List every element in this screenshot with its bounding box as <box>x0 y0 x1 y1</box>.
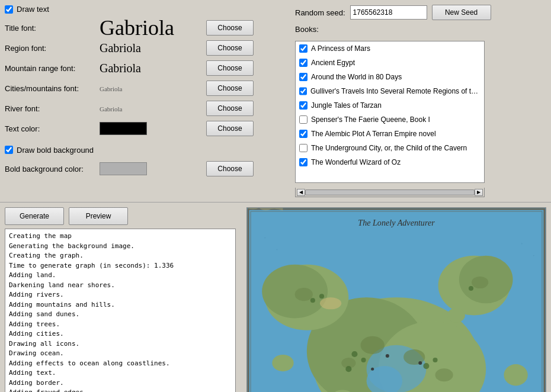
scrollbar-track[interactable] <box>305 189 475 195</box>
book-item[interactable]: The Wonderful Wizard of Oz <box>296 155 484 169</box>
svg-point-33 <box>469 286 473 291</box>
log-line: Drawing ocean. <box>9 349 232 359</box>
svg-point-40 <box>371 368 374 371</box>
log-line: Adding effects to ocean along coastlines… <box>9 359 232 369</box>
right-panel: Random seed: New Seed Books: A Princess … <box>295 5 546 197</box>
log-line: Adding border. <box>9 378 232 388</box>
book-checkbox[interactable] <box>299 130 307 138</box>
svg-point-20 <box>435 368 453 381</box>
draw-text-row: Draw text <box>5 5 289 14</box>
mountain-font-row: Mountain range font: Gabriola Choose <box>5 59 289 78</box>
river-font-row: River font: Gabriola Choose <box>5 99 289 118</box>
book-item[interactable]: Gulliver's Travels Into Several Remote R… <box>296 84 484 98</box>
bold-bg-row: Draw bold background <box>5 142 289 158</box>
book-item[interactable]: The Alembic Plot A Terran Empire novel <box>296 127 484 141</box>
book-title: The Wonderful Wizard of Oz <box>311 158 401 166</box>
books-list: A Princess of MarsAncient EgyptAround th… <box>295 41 485 183</box>
bold-bg-color-row: Bold background color: Choose <box>5 159 289 178</box>
svg-point-29 <box>423 363 429 369</box>
generate-button[interactable]: Generate <box>5 207 64 225</box>
book-checkbox[interactable] <box>299 101 307 110</box>
book-title: Gulliver's Travels Into Several Remote R… <box>310 87 480 95</box>
book-title: Around the World in 80 Days <box>311 73 402 81</box>
svg-point-38 <box>386 354 389 358</box>
book-checkbox[interactable] <box>299 115 307 124</box>
mountain-font-preview: Gabriola <box>100 62 206 75</box>
book-item[interactable]: The Underground City, or, the Child of t… <box>296 141 484 155</box>
text-color-choose-button[interactable]: Choose <box>206 121 254 136</box>
log-line: Adding land. <box>9 271 232 281</box>
book-checkbox[interactable] <box>299 87 307 95</box>
title-font-choose-button[interactable]: Choose <box>206 20 254 36</box>
svg-point-39 <box>418 361 422 365</box>
log-line: Time to generate graph (in seconds): 1.3… <box>9 261 232 271</box>
svg-point-27 <box>361 358 366 362</box>
book-title: Spenser's The Faerie Queene, Book I <box>311 115 430 124</box>
region-font-row: Region font: Gabriola Choose <box>5 38 289 57</box>
book-item[interactable]: Ancient Egypt <box>296 56 484 70</box>
svg-point-44 <box>264 237 265 238</box>
seed-input[interactable] <box>350 5 427 20</box>
svg-point-17 <box>272 355 293 371</box>
log-section: Generate Preview Creating the mapGenerat… <box>5 207 242 392</box>
bottom-section: Generate Preview Creating the mapGenerat… <box>0 203 551 392</box>
text-color-label: Text color: <box>5 124 100 133</box>
book-checkbox[interactable] <box>299 44 307 53</box>
title-font-row: Title font: Gabriola Choose <box>5 18 289 37</box>
book-checkbox[interactable] <box>299 144 307 152</box>
log-line: Adding trees. <box>9 320 232 330</box>
cities-font-row: Cities/mountains font: Gabriola Choose <box>5 79 289 98</box>
map-svg: The Lonely Adventurer <box>247 208 546 392</box>
new-seed-button[interactable]: New Seed <box>432 5 491 20</box>
preview-button[interactable]: Preview <box>69 207 128 225</box>
draw-bold-bg-checkbox[interactable] <box>5 146 13 154</box>
log-line: Adding sand dunes. <box>9 310 232 320</box>
svg-point-23 <box>472 277 488 288</box>
book-item[interactable]: Jungle Tales of Tarzan <box>296 98 484 113</box>
svg-point-26 <box>351 351 357 357</box>
log-line: Adding cities. <box>9 329 232 339</box>
scrollbar-left-arrow[interactable]: ◀ <box>297 189 305 196</box>
river-font-preview: Gabriola <box>100 104 206 113</box>
button-row: Generate Preview <box>5 207 242 225</box>
svg-point-30 <box>433 358 437 362</box>
bold-bg-color-choose-button[interactable]: Choose <box>206 161 254 176</box>
draw-text-checkbox[interactable] <box>5 5 13 14</box>
book-title: The Alembic Plot A Terran Empire novel <box>311 130 436 138</box>
book-item[interactable]: A Princess of Mars <box>296 41 484 56</box>
svg-point-22 <box>295 288 313 301</box>
svg-point-31 <box>310 298 315 303</box>
text-color-swatch[interactable] <box>100 122 147 135</box>
region-font-choose-button[interactable]: Choose <box>206 40 254 56</box>
book-item[interactable]: Spenser's The Faerie Queene, Book I <box>296 113 484 127</box>
book-checkbox[interactable] <box>299 73 307 81</box>
bold-bg-color-swatch[interactable] <box>100 162 147 175</box>
log-area: Creating the mapGenerating the backgroun… <box>5 229 236 392</box>
scrollbar-right-arrow[interactable]: ▶ <box>475 189 483 196</box>
mountain-font-label: Mountain range font: <box>5 64 100 73</box>
book-title: Ancient Egypt <box>311 59 355 67</box>
river-font-choose-button[interactable]: Choose <box>206 101 254 116</box>
log-line: Generating the background image. <box>9 242 232 252</box>
seed-row: Random seed: New Seed <box>295 5 546 20</box>
svg-point-15 <box>447 308 465 322</box>
mountain-font-choose-button[interactable]: Choose <box>206 60 254 76</box>
book-checkbox[interactable] <box>299 59 307 67</box>
svg-point-16 <box>504 364 527 385</box>
region-font-preview: Gabriola <box>100 41 206 55</box>
svg-point-25 <box>320 297 341 309</box>
cities-font-choose-button[interactable]: Choose <box>206 81 254 96</box>
book-title: A Princess of Mars <box>311 44 370 53</box>
log-line: Adding text. <box>9 368 232 378</box>
title-font-preview: Gabriola <box>100 17 206 38</box>
book-checkbox[interactable] <box>299 158 307 166</box>
log-line: Creating the map <box>9 232 232 242</box>
book-item[interactable]: Around the World in 80 Days <box>296 70 484 84</box>
svg-point-32 <box>319 294 324 298</box>
log-line: Creating the graph. <box>9 251 232 261</box>
svg-point-46 <box>521 243 523 244</box>
svg-point-45 <box>276 249 277 250</box>
svg-text:The Lonely Adventurer: The Lonely Adventurer <box>358 218 435 227</box>
svg-point-5 <box>262 265 328 319</box>
svg-point-18 <box>361 336 385 354</box>
